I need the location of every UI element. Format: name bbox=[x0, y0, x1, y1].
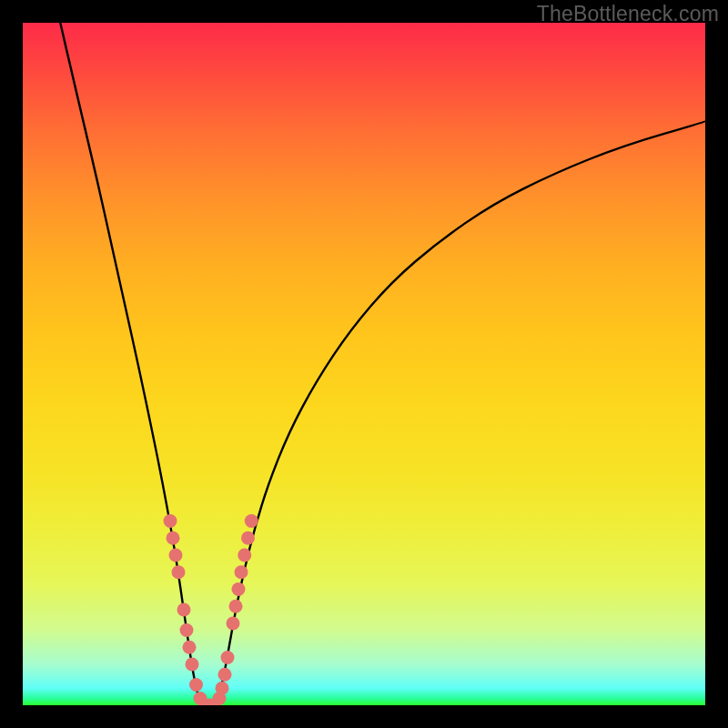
curve-marker bbox=[241, 531, 255, 545]
curve-marker bbox=[227, 617, 240, 631]
curve-marker bbox=[169, 549, 183, 562]
curve-marker bbox=[172, 565, 186, 579]
curve-markers bbox=[164, 514, 258, 705]
plot-area bbox=[23, 23, 705, 705]
curve-marker bbox=[167, 531, 180, 545]
curve-marker bbox=[186, 658, 199, 672]
curve-marker bbox=[221, 651, 235, 664]
curve-marker bbox=[235, 565, 248, 579]
curve-marker bbox=[180, 623, 194, 637]
curve-marker bbox=[216, 682, 229, 695]
curve-layer bbox=[23, 23, 705, 705]
bottleneck-curve bbox=[60, 23, 705, 705]
curve-marker bbox=[245, 514, 258, 528]
watermark-text: TheBottleneck.com bbox=[537, 2, 719, 26]
curve-marker bbox=[232, 582, 246, 596]
curve-marker bbox=[238, 549, 251, 562]
curve-marker bbox=[218, 668, 232, 682]
curve-marker bbox=[183, 641, 197, 654]
chart-frame: TheBottleneck.com bbox=[0, 0, 728, 728]
curve-marker bbox=[229, 600, 243, 613]
curve-marker bbox=[164, 514, 177, 528]
curve-marker bbox=[189, 678, 203, 692]
curve-marker bbox=[177, 603, 191, 617]
